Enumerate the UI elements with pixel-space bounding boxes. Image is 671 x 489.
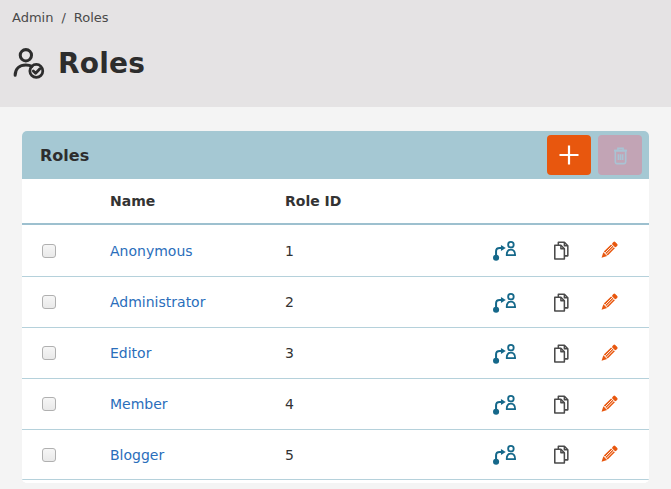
assign-users-button[interactable] (476, 342, 533, 365)
role-id-cell: 4 (285, 396, 476, 412)
edit-pencil-icon (597, 443, 620, 466)
role-id-cell: 5 (285, 447, 476, 463)
breadcrumb-admin[interactable]: Admin (12, 10, 53, 25)
edit-role-button[interactable] (590, 342, 627, 365)
plus-icon (557, 143, 581, 167)
role-id-cell: 1 (285, 243, 476, 259)
roles-panel: Roles Name (22, 131, 649, 483)
edit-pencil-icon (597, 342, 620, 365)
role-name-link[interactable]: Blogger (110, 447, 164, 463)
table-header-row: Name Role ID (22, 179, 649, 223)
assign-users-icon (492, 443, 517, 466)
assign-users-icon (492, 393, 517, 416)
row-checkbox[interactable] (42, 244, 56, 258)
copy-role-button[interactable] (533, 393, 590, 416)
edit-pencil-icon (597, 393, 620, 416)
role-name-link[interactable]: Editor (110, 345, 151, 361)
user-check-icon (12, 47, 48, 80)
table-row: Anonymous 1 (22, 225, 649, 276)
column-header-name: Name (110, 193, 285, 209)
role-id-cell: 2 (285, 294, 476, 310)
assign-users-icon (492, 291, 517, 314)
row-checkbox[interactable] (42, 295, 56, 309)
copy-role-button[interactable] (533, 342, 590, 365)
assign-users-icon (492, 342, 517, 365)
edit-role-button[interactable] (590, 393, 627, 416)
copy-role-button[interactable] (533, 291, 590, 314)
role-id-cell: 3 (285, 345, 476, 361)
breadcrumb: Admin / Roles (12, 10, 659, 25)
panel-header: Roles (22, 131, 649, 179)
row-checkbox[interactable] (42, 448, 56, 462)
assign-users-button[interactable] (476, 443, 533, 466)
copy-icon (550, 291, 573, 314)
copy-icon (550, 239, 573, 262)
copy-icon (550, 443, 573, 466)
role-name-link[interactable]: Anonymous (110, 243, 193, 259)
page-title: Roles (58, 47, 145, 80)
copy-icon (550, 393, 573, 416)
edit-role-button[interactable] (590, 291, 627, 314)
table-row: Member 4 (22, 378, 649, 429)
assign-users-button[interactable] (476, 239, 533, 262)
page-header: Admin / Roles Roles (0, 0, 671, 107)
copy-role-button[interactable] (533, 443, 590, 466)
trash-icon (609, 144, 632, 167)
role-name-link[interactable]: Member (110, 396, 168, 412)
copy-role-button[interactable] (533, 239, 590, 262)
assign-users-button[interactable] (476, 393, 533, 416)
edit-role-button[interactable] (590, 239, 627, 262)
edit-role-button[interactable] (590, 443, 627, 466)
panel-title: Roles (40, 146, 547, 165)
table-body: Anonymous 1 (22, 223, 649, 480)
table-row: Editor 3 (22, 327, 649, 378)
row-checkbox[interactable] (42, 397, 56, 411)
delete-roles-button[interactable] (598, 135, 642, 175)
table-row: Administrator 2 (22, 276, 649, 327)
edit-pencil-icon (597, 291, 620, 314)
assign-users-button[interactable] (476, 291, 533, 314)
column-header-role-id: Role ID (285, 193, 476, 209)
breadcrumb-roles: Roles (74, 10, 109, 25)
breadcrumb-separator: / (61, 10, 65, 25)
table-row: Blogger 5 (22, 429, 649, 480)
add-role-button[interactable] (547, 135, 591, 175)
role-name-link[interactable]: Administrator (110, 294, 205, 310)
assign-users-icon (492, 239, 517, 262)
copy-icon (550, 342, 573, 365)
edit-pencil-icon (597, 239, 620, 262)
row-checkbox[interactable] (42, 346, 56, 360)
